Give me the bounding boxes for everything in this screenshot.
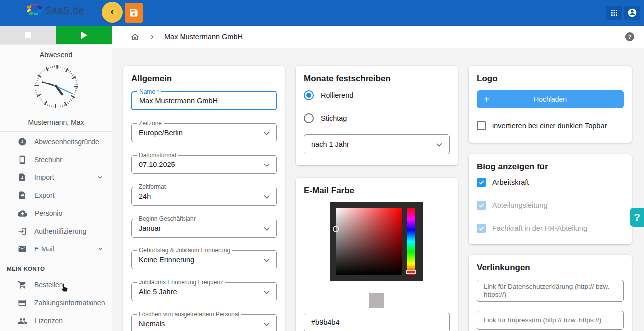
radio-icon (304, 113, 314, 123)
sidebar-item-zahlungsinformationen[interactable]: Zahlungsinformationen (0, 294, 112, 312)
radio-rollierend[interactable]: Rollierend (304, 90, 450, 100)
radio-label: Rollierend (321, 91, 353, 99)
arrow-circle-down-icon (18, 137, 27, 146)
zeitzone-select[interactable]: Zeitzone Europe/Berlin (131, 123, 277, 142)
cloud-upload-icon (18, 209, 27, 218)
select-value: nach 1 Jahr (311, 140, 349, 148)
sidebar-item-lizenzen[interactable]: Lizenzen (0, 312, 112, 330)
sidebar-item-personio[interactable]: Personio (0, 204, 112, 222)
breadcrumb-chevron-icon (148, 33, 156, 41)
sidebar-item-label: E-Mail (34, 245, 54, 253)
sidebar-item-label: Export (34, 191, 54, 199)
hex-color-field[interactable] (304, 313, 450, 331)
sidebar-item-label: Authentifizierung (34, 227, 86, 235)
sidebar-item-export[interactable]: Export (0, 186, 112, 204)
grid-icon (610, 9, 618, 17)
chevron-down-icon (262, 128, 272, 138)
home-icon[interactable] (130, 32, 140, 42)
select-label: Geburtstag & Jubiläum Erinnerung (137, 247, 232, 254)
blog-title: Blog anzeigen für (477, 162, 624, 172)
monate-title: Monate festschreiben (304, 74, 450, 83)
blog-card: Blog anzeigen für Arbeitskraft Abteilung… (469, 154, 632, 244)
erinnerung-select[interactable]: Geburtstag & Jubiläum Erinnerung Keine E… (131, 250, 277, 269)
checkbox-checked-icon[interactable] (477, 178, 486, 187)
select-value: Keine Erinnerung (139, 256, 270, 264)
hue-handle[interactable] (406, 270, 416, 274)
sidebar-item-abwesenheitsgruende[interactable]: Abwesenheitsgründe (0, 133, 112, 151)
sidebar-item-stechuhr[interactable]: Stechuhr (0, 151, 112, 168)
blog-checkbox-arbeitskraft[interactable]: Arbeitskraft (477, 178, 624, 187)
chevron-down-icon (262, 287, 272, 297)
sidebar-item-label: Personio (35, 209, 62, 217)
person-icon (627, 8, 637, 18)
sidebar-item-bestellen[interactable]: Bestellen (0, 276, 112, 294)
select-label: Beginn Geschäftsjahr (137, 215, 198, 222)
sidebar-item-email[interactable]: E-Mail (0, 240, 112, 258)
allgemein-title: Allgemein (131, 74, 277, 83)
name-field[interactable]: Name * (131, 91, 277, 110)
sidebar: Abwesend Mustermann, Max Abwesenheitsgrü… (0, 26, 112, 331)
apps-grid-button[interactable] (606, 6, 622, 20)
topbar: SaaS.de ‹ (0, 0, 644, 26)
select-label: Löschen von ausgetretenem Personal (137, 311, 241, 318)
save-button[interactable] (125, 3, 143, 23)
help-button[interactable]: ? (630, 208, 644, 227)
brand-logo[interactable]: SaaS.de (26, 3, 84, 18)
checkbox-label: Arbeitskraft (492, 178, 529, 186)
radio-stichtag[interactable]: Stichtag (304, 113, 450, 123)
email-farbe-card: E-Mail Farbe (296, 178, 458, 331)
floppy-save-icon (129, 8, 139, 18)
monate-card: Monate festschreiben Rollierend Stichtag… (296, 66, 458, 166)
invert-logo-checkbox-row[interactable]: invertieren bei einer dunklen Topbar (477, 121, 624, 130)
play-button[interactable] (56, 26, 112, 44)
frequenz-select[interactable]: Jubiläums Erinnerung Frequenz Alle 5 Jah… (131, 282, 277, 301)
hex-color-input[interactable] (311, 318, 442, 326)
chevron-down-icon (262, 192, 272, 202)
chevron-down-icon (97, 246, 104, 252)
back-button[interactable]: ‹ (102, 2, 123, 23)
checkbox-checked-disabled-icon (477, 201, 486, 210)
checkbox-unchecked-icon[interactable] (477, 121, 486, 130)
festschreiben-select[interactable]: nach 1 Jahr (304, 134, 450, 154)
credit-card-icon (18, 298, 27, 307)
select-value: Alle 5 Jahre (139, 288, 270, 296)
blog-checkbox-fachkraft: Fachkraft in der HR-Abteilung (477, 224, 624, 233)
geschaeftsjahr-select[interactable]: Beginn Geschäftsjahr Januar (131, 219, 277, 238)
checkbox-label: Abteilungsleitung (492, 201, 547, 209)
breadcrumb-current: Max Mustermann GmbH (164, 33, 243, 41)
mail-icon (18, 245, 27, 253)
hue-slider[interactable] (407, 208, 415, 275)
play-icon (81, 31, 87, 39)
check-icon (478, 202, 485, 209)
upload-button[interactable]: + Hochladen (477, 90, 624, 108)
sidebar-item-authentifizierung[interactable]: Authentifizierung (0, 222, 112, 240)
datumsformat-select[interactable]: Datumsformat 07.10.2025 (131, 155, 277, 174)
sidebar-item-label: Abwesenheitsgründe (34, 138, 99, 146)
app: { "colors": { "topbar_blue": "#1565c0", … (0, 0, 644, 331)
select-value: 24h (139, 192, 270, 200)
zeitformat-select[interactable]: Zeitformat 24h (131, 187, 277, 206)
color-swatch (369, 293, 384, 308)
saturation-value-area[interactable] (336, 208, 402, 275)
login-icon (18, 227, 27, 236)
loeschen-select[interactable]: Löschen von ausgetretenem Personal Niema… (131, 314, 277, 331)
sidebar-item-label: Stechuhr (34, 156, 62, 164)
breadcrumb-help-button[interactable]: ? (625, 32, 634, 41)
brand-mark-icon (26, 3, 43, 18)
check-icon (478, 225, 485, 232)
checkbox-label: invertieren bei einer dunklen Topbar (492, 122, 607, 130)
cart-icon (18, 280, 27, 289)
datenschutz-link-input[interactable]: Link für Datenschutzerklärung (http:// b… (477, 280, 624, 302)
verlinkungen-title: Verlinkungen (477, 263, 624, 273)
tablet-icon (18, 155, 27, 164)
impressum-link-input[interactable]: Link für Impressum (http:// bzw. https:/… (477, 311, 624, 330)
name-input[interactable] (139, 97, 269, 105)
account-button[interactable] (624, 6, 640, 20)
sidebar-item-label: Import (34, 173, 54, 181)
stop-button[interactable] (0, 26, 56, 44)
sidebar-item-import[interactable]: Import (0, 168, 112, 186)
logo-card: Logo + Hochladen invertieren bei einer d… (469, 66, 632, 143)
chevron-down-icon (262, 160, 272, 170)
sv-marker[interactable] (333, 226, 339, 232)
check-icon (478, 179, 485, 186)
